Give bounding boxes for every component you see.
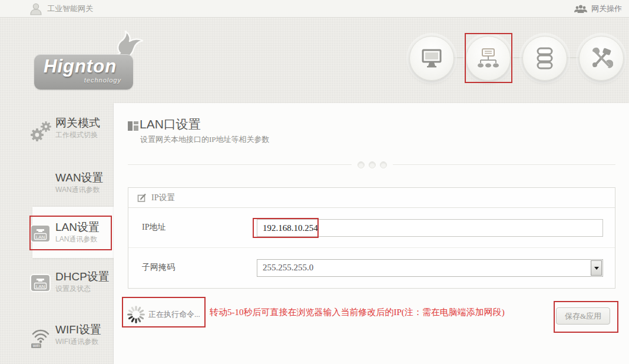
gears-icon: [29, 116, 55, 143]
status-row: 正在执行命令... 转动5-10秒后可直接在浏览器输入当前修改后的IP(注：需在…: [114, 297, 629, 339]
gateway-operations-label: 网关操作: [591, 4, 622, 14]
topbar: 工业智能网关 网关操作: [0, 0, 629, 18]
nav-connector-line: [432, 57, 601, 58]
sidebar-item-subtitle: WIFI通讯参数: [55, 337, 114, 347]
dropdown-button[interactable]: [591, 260, 602, 276]
executing-command-label: 正在执行命令...: [148, 309, 200, 320]
sidebar-item-subtitle: LAN通讯参数: [55, 234, 114, 244]
subnet-mask-value: 255.255.255.0: [263, 263, 313, 273]
sidebar-item-subtitle: WAN通讯参数: [55, 185, 114, 195]
nav-system-tools-button[interactable]: [579, 36, 624, 81]
sidebar-item-title: 网关模式: [55, 116, 114, 130]
page-subtitle: 设置网关本地接口的IP地址等相关参数: [140, 134, 270, 145]
sidebar-item-wan-settings[interactable]: WAN设置 WAN通讯参数: [29, 171, 114, 195]
sidebar-item-title: DHCP设置: [55, 270, 114, 284]
panel-header-label: IP设置: [151, 193, 175, 203]
gateway-admin-page: 工业智能网关 网关操作 Hignto: [0, 0, 629, 364]
sidebar-item-lan-settings[interactable]: LAN LAN设置 LAN通讯参数: [29, 220, 114, 244]
nav-network-topology-button[interactable]: [466, 36, 511, 81]
sidebar-item-gateway-mode[interactable]: 网关模式 工作模式切换: [29, 116, 114, 143]
gateway-operations[interactable]: 网关操作: [574, 4, 622, 14]
divider-dots: [352, 160, 393, 170]
sidebar-item-subtitle: 设置及状态: [55, 284, 114, 294]
dot: [380, 161, 387, 168]
sidebar-item-dhcp-settings[interactable]: LAN DHCP设置 设置及状态: [29, 270, 114, 294]
app-title: 工业智能网关: [47, 4, 93, 14]
save-apply-button[interactable]: 保存&应用: [556, 307, 610, 325]
tools-icon: [590, 47, 613, 70]
loading-spinner-icon: [126, 305, 146, 325]
subnet-mask-label: 子网掩码: [142, 262, 175, 273]
page-title: LAN口设置: [140, 116, 201, 133]
main-content: LAN口设置 设置网关本地接口的IP地址等相关参数 IP设置 IP地址: [114, 103, 629, 364]
wan-icon-placeholder: [29, 171, 55, 174]
sidebar-item-subtitle: 工作模式切换: [55, 130, 114, 140]
network-topology-icon: [476, 48, 500, 69]
lan-port-icon: LAN: [29, 220, 55, 244]
lan-icon-badge: LAN: [36, 234, 45, 240]
ip-change-notice: 转动5-10秒后可直接在浏览器输入当前修改后的IP(注：需在电脑端添加网段): [210, 307, 505, 318]
monitor-icon: [420, 48, 443, 68]
logo-plate: Hignton technology: [34, 54, 133, 90]
nav-data-stack-button[interactable]: [522, 36, 567, 81]
ip-address-input[interactable]: [257, 219, 603, 237]
dot: [369, 161, 376, 168]
data-stack-icon: [536, 47, 554, 70]
brand-name: Hignton: [44, 56, 117, 77]
edit-icon: [137, 193, 147, 203]
brand-logo: Hignton technology: [31, 34, 148, 93]
lan-icon-badge: LAN: [36, 284, 45, 289]
wifi-icon-badge: WIFI: [33, 344, 40, 348]
ip-settings-panel: IP设置 IP地址 子网掩码 255.255.255.0: [128, 187, 615, 289]
subnet-mask-select[interactable]: 255.255.255.0: [257, 259, 603, 277]
panel-header: IP设置: [128, 188, 615, 208]
dot: [357, 161, 365, 168]
ip-address-label: IP地址: [142, 222, 165, 233]
user-icon: [29, 2, 42, 15]
topbar-identity: 工业智能网关: [29, 2, 93, 15]
brand-subtitle: technology: [84, 77, 121, 84]
section-blocks-icon: [128, 121, 140, 131]
sidebar-item-title: WAN设置: [55, 171, 114, 185]
wifi-icon: WIFI: [29, 323, 55, 349]
subnet-mask-row: 子网掩码 255.255.255.0: [128, 248, 615, 288]
users-group-icon: [574, 4, 587, 14]
nav-monitor-button[interactable]: [409, 36, 454, 81]
chevron-down-icon: [594, 267, 599, 270]
sidebar-item-wifi-settings[interactable]: WIFI WIFI设置 WIFI通讯参数: [29, 323, 114, 349]
sidebar-item-title: WIFI设置: [55, 323, 114, 337]
ip-address-row: IP地址: [128, 208, 615, 248]
lan-port-icon: LAN: [29, 270, 55, 293]
sidebar-item-title: LAN设置: [55, 220, 114, 234]
